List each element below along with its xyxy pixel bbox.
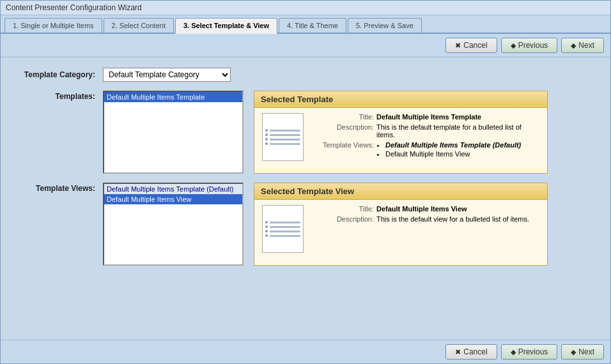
- template-thumbnail: [262, 113, 304, 161]
- templates-listbox[interactable]: Default Multiple Items Template: [103, 91, 244, 174]
- template-title-row: Title: Default Multiple Items Template: [310, 113, 539, 121]
- bottom-previous-icon: ◆: [511, 348, 516, 356]
- wizard-tabs: 1. Single or Multiple Items 2. Select Co…: [1, 15, 610, 34]
- selected-template-title: Selected Template: [254, 91, 547, 108]
- tab-select-content[interactable]: 2. Select Content: [104, 18, 174, 33]
- bottom-next-icon: ◆: [571, 348, 576, 356]
- top-previous-button[interactable]: ◆ Previous: [501, 38, 558, 53]
- templates-row: Templates: Default Multiple Items Templa…: [13, 91, 598, 174]
- bottom-previous-button[interactable]: ◆ Previous: [501, 344, 558, 360]
- bottom-cancel-button[interactable]: ✖ Cancel: [445, 344, 497, 360]
- tab-preview-save[interactable]: 5. Preview & Save: [348, 18, 422, 33]
- selected-template-body: Title: Default Multiple Items Template D…: [262, 113, 539, 162]
- wizard-title: Content Presenter Configuration Wizard: [1, 1, 610, 15]
- selected-view-panel: Selected Template View Title: De: [254, 183, 548, 266]
- template-desc-row: Description: This is the default templat…: [310, 123, 539, 139]
- previous-icon: ◆: [511, 42, 516, 50]
- tab-title-theme[interactable]: 4. Title & Theme: [279, 18, 346, 33]
- template-category-row: Template Category: Default Template Cate…: [13, 68, 598, 82]
- bottom-toolbar: ✖ Cancel ◆ Previous ◆ Next: [1, 340, 610, 363]
- selected-view-title: Selected Template View: [254, 183, 547, 200]
- template-views-listbox[interactable]: Default Multiple Items Template (Default…: [103, 183, 244, 266]
- selected-template-panel: Selected Template Title: Default: [254, 91, 548, 174]
- top-cancel-button[interactable]: ✖ Cancel: [445, 38, 497, 53]
- next-icon: ◆: [571, 42, 576, 50]
- tab-single-multiple[interactable]: 1. Single or Multiple Items: [4, 18, 102, 33]
- top-toolbar: ✖ Cancel ◆ Previous ◆ Next: [1, 34, 610, 57]
- tab-select-template[interactable]: 3. Select Template & View: [175, 18, 277, 34]
- template-info-details: Title: Default Multiple Items Template D…: [310, 113, 539, 162]
- template-views-wrap: Default Multiple Items Template (Default…: [103, 183, 598, 266]
- template-item-default[interactable]: Default Multiple Items Template: [104, 92, 242, 102]
- selected-view-body: Title: Default Multiple Items View Descr…: [262, 205, 539, 253]
- template-category-wrap: Default Template Category: [103, 68, 598, 82]
- wizard-container: Content Presenter Configuration Wizard 1…: [0, 0, 611, 364]
- view-info-details: Title: Default Multiple Items View Descr…: [310, 205, 539, 225]
- template-category-label: Template Category:: [13, 70, 103, 79]
- template-category-dropdown[interactable]: Default Template Category: [103, 68, 231, 82]
- view-thumbnail: [262, 205, 304, 253]
- cancel-icon: ✖: [455, 42, 461, 50]
- template-views-row: Template Views: Default Multiple Items T…: [310, 141, 539, 159]
- view-title-row: Title: Default Multiple Items View: [310, 205, 539, 213]
- main-content: Template Category: Default Template Cate…: [1, 57, 610, 340]
- bottom-cancel-icon: ✖: [455, 348, 461, 356]
- top-next-button[interactable]: ◆ Next: [561, 38, 604, 53]
- bottom-next-button[interactable]: ◆ Next: [561, 344, 604, 360]
- view-item-view[interactable]: Default Multiple Items View: [104, 194, 242, 204]
- templates-wrap: Default Multiple Items Template Selected…: [103, 91, 598, 174]
- templates-label: Templates:: [13, 91, 103, 101]
- view-desc-row: Description: This is the default view fo…: [310, 215, 539, 223]
- template-views-label: Template Views:: [13, 183, 103, 193]
- view-item-default[interactable]: Default Multiple Items Template (Default…: [104, 184, 242, 194]
- template-views-row: Template Views: Default Multiple Items T…: [13, 183, 598, 266]
